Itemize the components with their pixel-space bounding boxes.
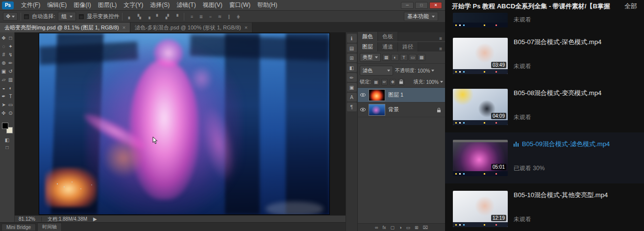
layer-visibility-icon[interactable] xyxy=(360,93,366,97)
document-tab-active[interactable]: 去暗变亮型例img.psd @ 81.1% (图层 1, RGB/8) × xyxy=(0,23,130,32)
menu-item[interactable]: 帮助(H) xyxy=(254,1,281,9)
video-thumbnail[interactable]: 03:49 xyxy=(453,38,508,74)
playlist-item[interactable]: 12:19 B05-10混合模式-其他变亮型.mp4 未观看 xyxy=(445,183,644,231)
dodge-tool[interactable]: ◐ xyxy=(7,84,14,92)
fill-value[interactable]: 100% xyxy=(426,79,439,85)
tab-layers[interactable]: 图层 xyxy=(358,42,378,51)
menu-item[interactable]: 滤镜(T) xyxy=(173,1,199,9)
menu-item[interactable]: 编辑(E) xyxy=(44,1,70,9)
align-icon[interactable]: ▗ xyxy=(144,13,153,21)
layer-row-layer1[interactable]: 图层 1 xyxy=(358,88,445,103)
tab-timeline[interactable]: 时间轴 xyxy=(37,223,62,231)
align-icon[interactable]: ▘ xyxy=(153,13,162,21)
maximize-button[interactable]: □ xyxy=(415,2,428,9)
lasso-tool[interactable]: ◌ xyxy=(0,43,7,50)
distribute-icon[interactable]: ⋕ xyxy=(234,13,243,21)
tab-color[interactable]: 颜色 xyxy=(358,32,378,41)
minimize-button[interactable]: ─ xyxy=(401,2,414,9)
tab-mini-bridge[interactable]: Mini Bridge xyxy=(1,224,36,231)
lock-transparency-icon[interactable]: ▦ xyxy=(373,79,379,85)
menu-item[interactable]: 文件(F) xyxy=(18,1,44,9)
tab-close-icon[interactable]: × xyxy=(123,25,125,30)
layer-group-icon[interactable]: ▭ xyxy=(406,225,410,230)
menu-item[interactable]: 文字(Y) xyxy=(120,1,147,9)
healing-brush-tool[interactable]: ⊕ xyxy=(0,59,7,67)
workspace-switcher[interactable]: 基本功能 xyxy=(404,12,438,21)
filter-pixel-layers-icon[interactable]: ▦ xyxy=(382,54,390,61)
pen-tool[interactable]: ✒ xyxy=(0,93,7,100)
adjustment-layer-icon[interactable]: ◑ xyxy=(399,225,401,230)
tab-paths[interactable]: 路径 xyxy=(398,42,418,51)
document-tab[interactable]: 滤色-多彩混合.psd @ 100% (形状 1, RGB/8) × xyxy=(130,23,252,32)
layer-thumbnail[interactable] xyxy=(369,104,385,116)
hand-tool[interactable]: ✜ xyxy=(0,109,7,117)
lock-all-icon[interactable] xyxy=(398,79,404,85)
filter-shape-layers-icon[interactable]: ▭ xyxy=(409,54,417,61)
video-thumbnail[interactable]: 05:01 xyxy=(453,140,508,176)
info-panel-icon[interactable]: ℹ xyxy=(347,34,357,43)
move-tool[interactable]: ✥ xyxy=(0,34,7,42)
distribute-icon[interactable]: ∥ xyxy=(224,13,233,21)
brush-tool[interactable]: ✏ xyxy=(7,59,14,67)
lock-position-icon[interactable]: ✥ xyxy=(390,79,396,85)
blur-tool[interactable]: ◒ xyxy=(0,84,7,92)
distribute-icon[interactable]: = xyxy=(206,13,215,21)
distribute-icon[interactable]: ≡ xyxy=(187,13,196,21)
link-layers-icon[interactable]: ∞ xyxy=(375,225,378,230)
status-arrow-icon[interactable]: ▶ xyxy=(93,216,97,222)
align-icon[interactable]: ▝ xyxy=(172,13,181,21)
video-title[interactable]: B05-09混合模式-滤色模式.mp4 xyxy=(514,140,637,149)
align-icon[interactable]: ▞ xyxy=(163,13,172,21)
canvas-area[interactable] xyxy=(15,32,346,215)
histogram-panel-icon[interactable]: ▤ xyxy=(347,44,357,52)
align-icon[interactable]: ▖ xyxy=(125,13,134,21)
close-button[interactable]: ✕ xyxy=(429,2,442,9)
tab-close-icon[interactable]: × xyxy=(245,25,248,30)
layer-mask-icon[interactable]: ▢ xyxy=(391,225,395,230)
distribute-icon[interactable]: ≋ xyxy=(215,13,224,21)
quick-select-tool[interactable]: ✦ xyxy=(7,43,14,50)
playlist-item-partial[interactable]: 未观看 xyxy=(445,13,644,30)
tab-swatches[interactable]: 色板 xyxy=(378,32,398,41)
align-icon[interactable]: ▚ xyxy=(135,13,144,21)
menu-item[interactable]: 选择(S) xyxy=(147,1,173,9)
layer-row-background[interactable]: 背景 xyxy=(358,103,445,117)
layer-name[interactable]: 图层 1 xyxy=(388,91,403,99)
distribute-icon[interactable]: ≣ xyxy=(197,13,205,21)
auto-select-target-dropdown[interactable]: 组 xyxy=(58,12,76,21)
playlist-item[interactable]: 03:49 B05-07混合模式-深色模式.mp4 未观看 xyxy=(445,30,644,81)
foreground-color-swatch[interactable] xyxy=(2,123,8,129)
filter-smart-objects-icon[interactable]: ▩ xyxy=(418,54,425,61)
filter-adjustment-layers-icon[interactable]: ◐ xyxy=(391,54,399,61)
screen-mode-icon[interactable]: □ xyxy=(5,145,8,150)
paragraph-panel-icon[interactable]: ¶ xyxy=(347,103,357,111)
video-title[interactable]: B05-10混合模式-其他变亮型.mp4 xyxy=(514,191,637,200)
playlist-show-all-link[interactable]: 全部 xyxy=(624,2,637,11)
shape-tool[interactable]: ▭ xyxy=(7,101,14,108)
navigator-panel-icon[interactable]: ⊞ xyxy=(347,53,357,62)
document-image[interactable] xyxy=(39,33,329,214)
layer-name[interactable]: 背景 xyxy=(388,106,399,113)
panel-menu-icon[interactable]: ≡ xyxy=(439,36,445,41)
brush-panel-icon[interactable]: ✏ xyxy=(347,73,357,82)
marquee-tool[interactable]: □ xyxy=(7,34,14,42)
menu-item[interactable]: 图层(L) xyxy=(95,1,121,9)
menu-item[interactable]: 视图(V) xyxy=(199,1,226,9)
eyedropper-tool[interactable]: ↯ xyxy=(7,51,14,58)
type-tool[interactable]: T xyxy=(7,93,14,100)
video-thumbnail[interactable]: 12:19 xyxy=(453,191,508,227)
menu-item[interactable]: 窗口(W) xyxy=(226,1,254,9)
panel-menu-icon[interactable]: ≡ xyxy=(439,46,445,51)
new-layer-icon[interactable]: ⊞ xyxy=(415,225,419,230)
layer-thumbnail[interactable] xyxy=(369,89,385,101)
playlist-item-current[interactable]: 05:01 B05-09混合模式-滤色模式.mp4 已观看 30% xyxy=(445,132,644,183)
zoom-tool[interactable]: ⊙ xyxy=(7,109,14,117)
history-brush-tool[interactable]: ↺ xyxy=(7,68,14,75)
opacity-value[interactable]: 100% xyxy=(418,68,430,74)
gradient-tool[interactable]: ▥ xyxy=(7,76,14,83)
crop-tool[interactable]: # xyxy=(0,51,7,58)
delete-layer-icon[interactable]: ⌧ xyxy=(423,225,428,230)
eraser-tool[interactable]: ▱ xyxy=(0,76,7,83)
path-select-tool[interactable]: ➤ xyxy=(0,101,7,108)
zoom-level[interactable]: 81.12% xyxy=(19,216,35,222)
